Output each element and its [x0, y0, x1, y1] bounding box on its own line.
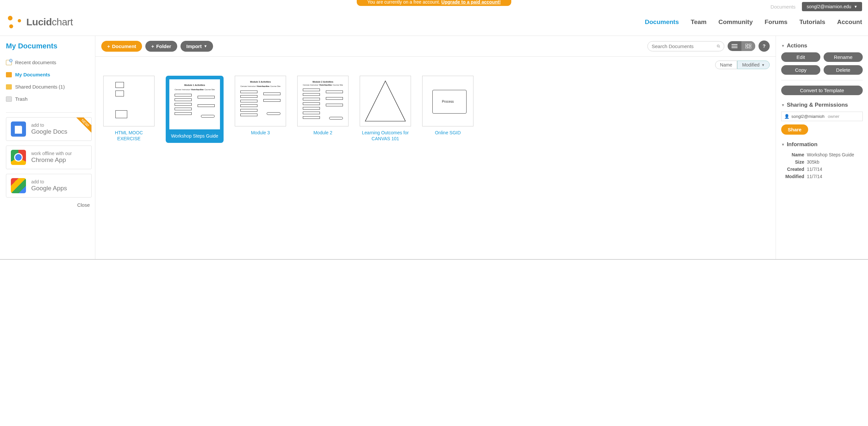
sort-label: Modified [742, 62, 760, 67]
info-size: Size305kb [781, 158, 863, 166]
search-input[interactable] [652, 44, 714, 49]
nav-forums[interactable]: Forums [765, 19, 787, 26]
new-badge: NEW! [74, 117, 92, 134]
sort-modified[interactable]: Modified ▼ [737, 61, 770, 69]
search-box[interactable] [647, 41, 724, 51]
promo-text: add to Google Apps [31, 179, 67, 192]
sort-name[interactable]: Name [715, 61, 737, 69]
doc-card[interactable]: HTML MOOC EXERCISE [103, 76, 155, 143]
sidebar-item-label: My Documents [15, 72, 50, 77]
svg-line-1 [719, 47, 720, 48]
nav-documents[interactable]: Documents [645, 19, 679, 26]
google-docs-icon [11, 121, 26, 137]
section-actions: ▼ Actions [781, 42, 863, 49]
doc-thumbnail: Process [422, 76, 473, 126]
view-toggle [727, 41, 755, 51]
doc-thumbnail [103, 76, 155, 126]
doc-label: Workshop Steps Guide [169, 133, 220, 139]
folder-list: Recent documents My Documents Shared Doc… [6, 56, 92, 105]
svg-rect-5 [745, 44, 748, 46]
triangle-icon [363, 78, 408, 124]
doc-card-selected[interactable]: Module 1 Activities Canvas Instructor Wo… [166, 76, 224, 143]
doc-card[interactable]: Process Online SGID [422, 76, 473, 143]
nav-community[interactable]: Community [718, 19, 753, 26]
share-role: owner [828, 114, 839, 119]
chevron-down-icon: ▼ [781, 103, 785, 107]
info-created: Created11/7/14 [781, 166, 863, 173]
doc-thumbnail: Module 2 Activities Canvas Instructor Wo… [297, 76, 348, 126]
folder-icon [6, 84, 12, 89]
list-icon [732, 44, 738, 48]
header: Lucidchart Documents Team Community Foru… [0, 11, 868, 36]
doc-card[interactable]: Module 3 Activities Canvas Instructor Wo… [235, 76, 286, 143]
search-icon [717, 44, 720, 49]
google-apps-icon [11, 178, 26, 193]
promo-chrome-app[interactable]: work offline with our Chrome App [6, 145, 92, 169]
logo[interactable]: Lucidchart [7, 15, 73, 29]
new-document-button[interactable]: + Document [101, 41, 142, 52]
new-folder-button[interactable]: + Folder [145, 41, 177, 52]
grid-view-button[interactable] [741, 41, 755, 51]
sidebar-item-shared[interactable]: Shared Documents (1) [6, 81, 92, 93]
list-view-button[interactable] [727, 41, 741, 51]
section-information: ▼ Information [781, 141, 863, 148]
copy-button[interactable]: Copy [781, 65, 820, 75]
clock-icon [6, 60, 12, 65]
sidebar-item-label: Trash [15, 96, 28, 102]
toolbar: + Document + Folder Import ▼ [95, 36, 776, 57]
user-email: songl2@miamion.edu [807, 4, 851, 9]
promo-google-docs[interactable]: NEW! add to Google Docs [6, 117, 92, 141]
banner-text: You are currently on a free account. [367, 0, 440, 5]
svg-point-0 [717, 45, 719, 47]
sidebar-item-trash[interactable]: Trash [6, 93, 92, 105]
share-button[interactable]: Share [781, 124, 808, 135]
share-user-row[interactable]: 👤 songl2@miamioh owner [781, 112, 863, 121]
sidebar-item-recent[interactable]: Recent documents [6, 56, 92, 68]
upgrade-link[interactable]: Upgrade to a paid account! [441, 0, 500, 5]
doc-label: Learning Outcomes for CANVAS 101 [360, 130, 411, 142]
user-menu[interactable]: songl2@miamion.edu ▼ [802, 2, 862, 11]
edit-button[interactable]: Edit [781, 52, 820, 62]
layout: My Documents Recent documents My Documen… [0, 36, 868, 260]
doc-label: Module 2 [297, 130, 348, 136]
divider [6, 112, 92, 113]
doc-label: Online SGID [422, 130, 473, 136]
doc-card[interactable]: Learning Outcomes for CANVAS 101 [360, 76, 411, 143]
main-nav: Documents Team Community Forums Tutorial… [645, 19, 862, 26]
document-grid: HTML MOOC EXERCISE Module 1 Activities C… [95, 69, 776, 156]
promo-text: work offline with our Chrome App [31, 151, 72, 164]
sidebar-right: ▼ Actions Edit Rename Copy Delete Conver… [776, 36, 868, 259]
info-name: NameWorkshop Steps Guide [781, 151, 863, 158]
doc-card[interactable]: Module 2 Activities Canvas Instructor Wo… [297, 76, 348, 143]
chevron-down-icon: ▼ [854, 5, 858, 8]
chevron-down-icon: ▼ [204, 44, 207, 48]
promo-google-apps[interactable]: add to Google Apps [6, 174, 92, 198]
doc-thumbnail: Module 1 Activities Canvas Instructor Wo… [169, 79, 220, 130]
svg-rect-8 [749, 47, 751, 48]
svg-marker-9 [365, 81, 405, 121]
sidebar-left: My Documents Recent documents My Documen… [0, 36, 95, 259]
convert-template-button[interactable]: Convert to Template [781, 86, 863, 95]
sidebar-item-my-documents[interactable]: My Documents [6, 68, 92, 81]
nav-team[interactable]: Team [691, 19, 707, 26]
rename-button[interactable]: Rename [824, 52, 863, 62]
section-sharing: ▼ Sharing & Permissions [781, 102, 863, 108]
button-label: Folder [156, 44, 171, 49]
help-button[interactable]: ? [758, 40, 770, 52]
section-title: Sharing & Permissions [787, 102, 848, 108]
nav-account[interactable]: Account [837, 19, 862, 26]
sidebar-item-label: Recent documents [15, 60, 56, 65]
info-modified: Modified11/7/14 [781, 173, 863, 180]
plus-icon: + [151, 44, 154, 49]
doc-label: Module 3 [235, 130, 286, 136]
promo-close[interactable]: Close [6, 202, 92, 208]
folder-open-icon [6, 72, 12, 77]
breadcrumb: Documents [771, 4, 796, 9]
share-user: songl2@miamioh [792, 114, 825, 119]
delete-button[interactable]: Delete [824, 65, 863, 75]
plus-icon: + [107, 44, 110, 49]
import-button[interactable]: Import ▼ [181, 41, 213, 52]
main-content: + Document + Folder Import ▼ [95, 36, 776, 259]
chevron-down-icon: ▼ [781, 143, 785, 146]
nav-tutorials[interactable]: Tutorials [799, 19, 825, 26]
